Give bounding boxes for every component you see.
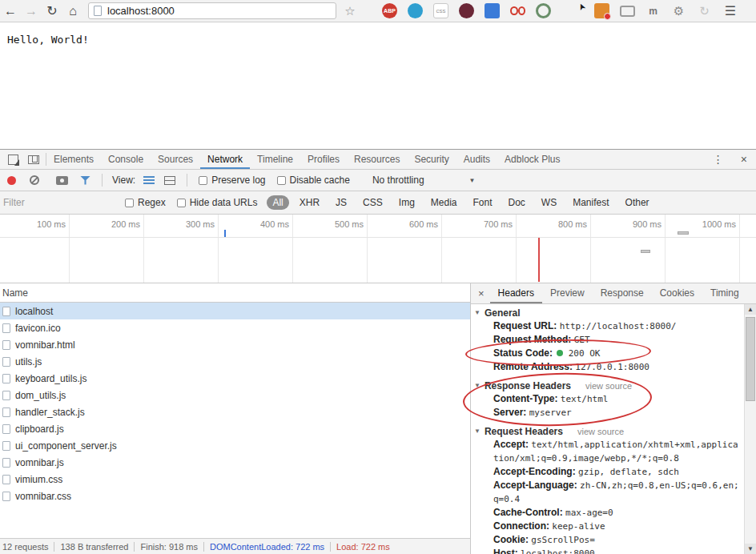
orange-extension-icon[interactable] — [594, 3, 609, 18]
blue-circle-extension-icon[interactable] — [408, 3, 423, 18]
browser-menu-icon[interactable]: ☰ — [720, 3, 741, 18]
section-general-header[interactable]: ▼ General — [474, 306, 742, 319]
scrollbar[interactable]: ▲ ▼ — [744, 304, 756, 554]
tab-console[interactable]: Console — [101, 150, 151, 169]
table-row[interactable]: vomnibar.css — [0, 488, 470, 504]
table-row[interactable]: favicon.ico — [0, 319, 470, 336]
checkbox-box[interactable] — [177, 199, 186, 207]
timeline-tick: 100 ms — [11, 219, 66, 229]
waterfall-bar — [678, 231, 689, 235]
view-source-link[interactable]: view source — [585, 381, 632, 391]
name-column-header[interactable]: Name — [0, 283, 470, 303]
record-button[interactable] — [7, 176, 16, 185]
scroll-down-arrow[interactable]: ▼ — [745, 544, 756, 554]
adblock-plus-icon[interactable]: ABP — [382, 3, 397, 18]
filter-type-media[interactable]: Media — [425, 195, 463, 210]
section-title: General — [485, 307, 521, 319]
settings-gear-icon[interactable]: ⚙ — [671, 3, 686, 18]
tab-resources[interactable]: Resources — [347, 150, 407, 169]
request-name: vimium.css — [15, 474, 62, 485]
header-line: Remote Address: 127.0.0.1:8000 — [474, 360, 742, 374]
scroll-up-arrow[interactable]: ▲ — [745, 304, 756, 315]
section-request-headers-header[interactable]: ▼ Request Headers view source — [474, 424, 742, 438]
section-title: Response Headers — [485, 380, 571, 391]
table-row[interactable]: vomnibar.html — [0, 336, 470, 353]
section-response-headers-header[interactable]: ▼ Response Headers view source — [474, 379, 742, 392]
filter-type-img[interactable]: Img — [393, 195, 420, 210]
css-extension-icon[interactable]: css — [433, 3, 448, 18]
tab-response[interactable]: Response — [593, 283, 652, 303]
table-row[interactable]: utils.js — [0, 353, 470, 370]
cast-icon[interactable] — [620, 6, 635, 17]
pocket-icon[interactable] — [459, 3, 474, 18]
filter-type-manifest[interactable]: Manifest — [567, 195, 614, 210]
clear-icon[interactable] — [30, 175, 39, 185]
glasses-extension-icon[interactable] — [510, 3, 525, 18]
table-row[interactable]: dom_utils.js — [0, 387, 470, 403]
filter-type-font[interactable]: Font — [468, 195, 498, 210]
view-large-rows-icon[interactable] — [164, 176, 175, 185]
reload-button[interactable]: ↻ — [42, 3, 62, 18]
tab-headers[interactable]: Headers — [490, 283, 542, 303]
m-extension-icon[interactable]: m — [645, 3, 661, 18]
table-row[interactable]: ui_component_server.js — [0, 437, 470, 454]
filter-input[interactable] — [3, 197, 114, 208]
view-small-rows-icon[interactable] — [143, 176, 155, 184]
table-row[interactable]: clipboard.js — [0, 420, 470, 437]
filter-type-doc[interactable]: Doc — [503, 195, 531, 210]
timeline-tick: 400 ms — [235, 219, 289, 229]
devtools-close-icon[interactable]: × — [732, 153, 756, 166]
forward-button[interactable]: → — [21, 4, 42, 18]
checkbox-box[interactable] — [199, 176, 207, 185]
regex-checkbox[interactable]: Regex — [125, 197, 166, 208]
tab-network[interactable]: Network — [200, 150, 250, 169]
tab-elements[interactable]: Elements — [46, 150, 101, 169]
details-close-icon[interactable]: × — [471, 287, 490, 299]
checkbox-box[interactable] — [125, 199, 134, 207]
preserve-log-checkbox[interactable]: Preserve log — [199, 175, 265, 186]
filter-type-xhr[interactable]: XHR — [294, 195, 325, 210]
blue-square-extension-icon[interactable] — [485, 3, 500, 18]
tab-timeline[interactable]: Timeline — [250, 150, 300, 169]
circle-extension-icon[interactable] — [536, 3, 551, 18]
filter-type-js[interactable]: JS — [330, 195, 352, 210]
view-source-link[interactable]: view source — [577, 427, 624, 436]
hide-data-urls-checkbox[interactable]: Hide data URLs — [177, 197, 258, 208]
tab-audits[interactable]: Audits — [456, 150, 497, 169]
inspect-element-icon[interactable] — [8, 155, 18, 165]
view-label: View: — [112, 175, 135, 186]
bookmark-star-icon[interactable]: ☆ — [340, 4, 360, 18]
throttling-select[interactable]: No throttling ▼ — [372, 175, 476, 186]
disable-cache-checkbox[interactable]: Disable cache — [277, 175, 350, 186]
table-row[interactable]: localhost — [0, 303, 470, 319]
throttling-value: No throttling — [372, 175, 424, 186]
scrollbar-thumb[interactable] — [746, 317, 755, 401]
table-row[interactable]: handler_stack.js — [0, 403, 470, 420]
table-row[interactable]: vomnibar.js — [0, 454, 470, 471]
tab-cookies[interactable]: Cookies — [652, 283, 702, 303]
devtools-menu-icon[interactable]: ⋮ — [705, 153, 732, 166]
separator — [102, 174, 103, 187]
filter-type-other[interactable]: Other — [620, 195, 655, 210]
section-request-headers: ▼ Request Headers view source Accept: te… — [474, 424, 742, 554]
tab-preview[interactable]: Preview — [542, 283, 593, 303]
status-ok-dot — [557, 350, 563, 356]
back-button[interactable]: ← — [0, 4, 21, 18]
checkbox-box[interactable] — [277, 176, 286, 185]
tab-security[interactable]: Security — [407, 150, 456, 169]
filter-icon[interactable] — [80, 176, 90, 185]
screenshot-capture-icon[interactable] — [56, 176, 68, 185]
filter-type-ws[interactable]: WS — [536, 195, 562, 210]
tab-adblock-plus[interactable]: Adblock Plus — [497, 150, 567, 169]
tab-timing[interactable]: Timing — [702, 283, 747, 303]
tab-profiles[interactable]: Profiles — [300, 150, 347, 169]
address-bar[interactable]: localhost:8000 — [88, 2, 336, 19]
table-row[interactable]: keyboard_utils.js — [0, 370, 470, 387]
table-row[interactable]: vimium.css — [0, 471, 470, 488]
filter-type-css[interactable]: CSS — [357, 195, 388, 210]
filter-type-all[interactable]: All — [267, 195, 288, 210]
home-button[interactable]: ⌂ — [62, 4, 83, 18]
tab-sources[interactable]: Sources — [151, 150, 200, 169]
device-mode-icon[interactable] — [28, 155, 39, 164]
url-text[interactable]: localhost:8000 — [107, 5, 175, 17]
